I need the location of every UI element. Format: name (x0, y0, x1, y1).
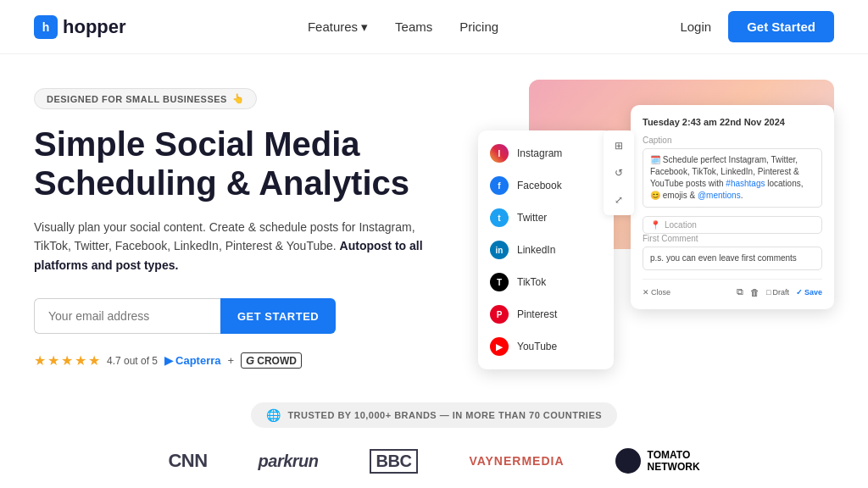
vaynermedia-logo: VAYNERMEDIA (469, 454, 564, 468)
platform-pinterest[interactable]: P Pinterest (478, 298, 614, 330)
nav-pricing[interactable]: Pricing (459, 19, 498, 34)
hero-left: DESIGNED FOR SMALL BUSINESSES 👆 Simple S… (34, 88, 444, 369)
facebook-icon: f (490, 176, 509, 195)
badge-emoji: 👆 (232, 93, 245, 104)
crowd-g-icon: G (246, 354, 254, 367)
mention-text: @mentions (698, 191, 741, 200)
hero-description: Visually plan your social content. Creat… (34, 218, 444, 274)
email-form: GET STARTED (34, 298, 444, 334)
pinterest-icon: P (490, 305, 509, 324)
login-link[interactable]: Login (680, 19, 711, 34)
star-rating: ★ ★ ★ ★ ★ (34, 352, 100, 369)
star-3: ★ (61, 352, 73, 369)
platform-tiktok[interactable]: T TikTok (478, 266, 614, 298)
edit-icons-panel: ⊞ ↺ ⤢ (604, 130, 634, 215)
hero-title: Simple Social Media Scheduling & Analyti… (34, 125, 444, 202)
trusted-badge: 🌐 TRUSTED BY 10,000+ BRANDS — IN MORE TH… (251, 402, 617, 428)
tomato-network-logo: TOMATONETWORK (615, 448, 700, 474)
linkedin-icon: in (490, 241, 509, 259)
star-4: ★ (75, 352, 86, 369)
action-buttons: ⧉ 🗑 □ Draft ✓ Save (737, 286, 822, 297)
twitter-icon: t (490, 208, 509, 227)
checkmark-icon: ✓ (796, 288, 803, 297)
save-button[interactable]: ✓ Save (796, 288, 822, 297)
caption-field: Caption 🗓️ Schedule perfect Instagram, T… (643, 136, 822, 208)
copy-icon[interactable]: ⧉ (737, 286, 743, 297)
star-2: ★ (47, 352, 59, 369)
platform-instagram[interactable]: I Instagram (478, 137, 614, 169)
email-submit-button[interactable]: GET STARTED (220, 298, 336, 334)
mockup-container: I Instagram f Facebook t Twitter in Link… (478, 80, 834, 342)
first-comment-label: First Comment (643, 234, 822, 243)
platform-facebook[interactable]: f Facebook (478, 169, 614, 202)
logo-text: hopper (63, 16, 126, 38)
parkrun-logo: parkrun (259, 452, 319, 471)
hero-badge: DESIGNED FOR SMALL BUSINESSES 👆 (34, 88, 257, 109)
nav-right: Login Get Started (680, 11, 834, 42)
location-field[interactable]: 📍 Location (643, 216, 822, 234)
platform-linkedin[interactable]: in LinkedIn (478, 234, 614, 266)
delete-icon[interactable]: 🗑 (750, 287, 760, 297)
hero-section: DESIGNED FOR SMALL BUSINESSES 👆 Simple S… (0, 54, 868, 385)
youtube-icon: ▶ (490, 337, 509, 356)
close-x-icon: ✕ (643, 288, 649, 297)
star-1: ★ (34, 352, 46, 369)
navigation: h hopper Features ▾ Teams Pricing Login … (0, 0, 868, 54)
schedule-date: Tuesday 2:43 am 22nd Nov 2024 (643, 117, 822, 127)
hero-mockup: I Instagram f Facebook t Twitter in Link… (478, 80, 834, 342)
email-input[interactable] (34, 298, 220, 334)
instagram-icon: I (490, 144, 509, 163)
cnn-logo: CNN (168, 450, 207, 472)
tiktok-icon: T (490, 273, 509, 291)
rating-value: 4.7 out of 5 (107, 355, 158, 367)
chevron-down-icon: ▾ (361, 19, 368, 35)
tomato-circle-icon (615, 448, 641, 474)
platform-youtube[interactable]: ▶ YouTube (478, 330, 614, 363)
bbc-logo: BBC (370, 449, 419, 474)
plus-separator: + (228, 354, 235, 367)
move-icon[interactable]: ⤢ (609, 190, 629, 210)
nav-teams[interactable]: Teams (395, 19, 432, 34)
trusted-section: 🌐 TRUSTED BY 10,000+ BRANDS — IN MORE TH… (0, 385, 868, 487)
hashtag-text: #hashtags (726, 179, 765, 188)
capterra-arrow-icon: ▶ (164, 354, 173, 367)
capterra-logo: ▶ Capterra (164, 354, 220, 367)
brands-row: CNN parkrun BBC VAYNERMEDIA TOMATONETWOR… (34, 448, 834, 474)
logo-icon: h (34, 15, 58, 39)
rotate-icon[interactable]: ↺ (609, 163, 629, 183)
platform-panel: I Instagram f Facebook t Twitter in Link… (478, 130, 614, 369)
globe-icon: 🌐 (266, 408, 281, 422)
draft-button[interactable]: □ Draft (766, 288, 789, 297)
first-comment-content[interactable]: p.s. you can even leave first comments (643, 247, 822, 270)
location-pin-icon: 📍 (650, 220, 660, 230)
platform-twitter[interactable]: t Twitter (478, 202, 614, 234)
crowd-logo: G CROWD (241, 352, 302, 369)
logo[interactable]: h hopper (34, 15, 126, 39)
crop-icon[interactable]: ⊞ (609, 136, 629, 156)
tomato-text: TOMATONETWORK (648, 449, 700, 474)
schedule-actions: ✕ Close ⧉ 🗑 □ Draft ✓ Save (643, 279, 822, 297)
first-comment-field: First Comment p.s. you can even leave fi… (643, 234, 822, 270)
nav-get-started-button[interactable]: Get Started (728, 11, 834, 42)
caption-label: Caption (643, 136, 822, 145)
nav-links: Features ▾ Teams Pricing (308, 19, 498, 35)
close-button[interactable]: ✕ Close (643, 288, 670, 297)
star-5: ★ (88, 352, 100, 369)
ratings: ★ ★ ★ ★ ★ 4.7 out of 5 ▶ Capterra + G CR… (34, 352, 444, 369)
caption-content[interactable]: 🗓️ Schedule perfect Instagram, Twitter, … (643, 148, 822, 208)
nav-features[interactable]: Features ▾ (308, 19, 368, 35)
schedule-panel: Tuesday 2:43 am 22nd Nov 2024 Caption 🗓️… (631, 105, 834, 309)
